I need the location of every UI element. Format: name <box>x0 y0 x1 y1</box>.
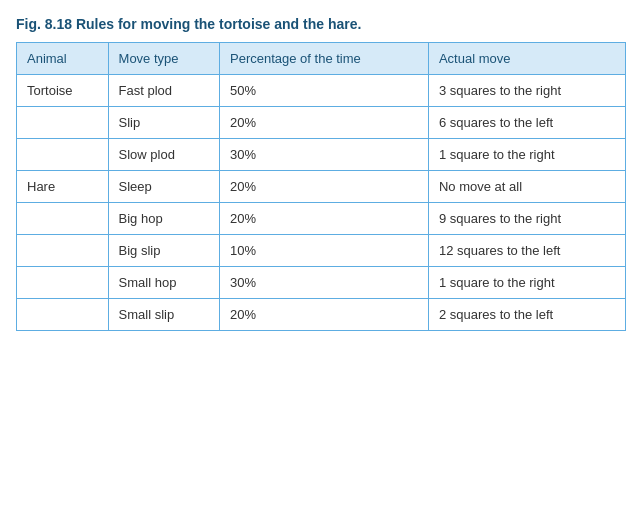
table-cell-4-0 <box>17 203 109 235</box>
table-cell-4-1: Big hop <box>108 203 219 235</box>
table-cell-7-2: 20% <box>220 299 429 331</box>
table-row: TortoiseFast plod50%3 squares to the rig… <box>17 75 626 107</box>
table-row: Small slip20%2 squares to the left <box>17 299 626 331</box>
table-row: Small hop30%1 square to the right <box>17 267 626 299</box>
table-cell-3-3: No move at all <box>428 171 625 203</box>
figure-container: Fig. 8.18 Rules for moving the tortoise … <box>16 16 626 331</box>
table-row: Big hop20%9 squares to the right <box>17 203 626 235</box>
table-cell-1-2: 20% <box>220 107 429 139</box>
col-header-percentage: Percentage of the time <box>220 43 429 75</box>
table-row: Slip20%6 squares to the left <box>17 107 626 139</box>
table-cell-6-0 <box>17 267 109 299</box>
table-cell-1-1: Slip <box>108 107 219 139</box>
table-cell-4-2: 20% <box>220 203 429 235</box>
table-cell-4-3: 9 squares to the right <box>428 203 625 235</box>
table-cell-6-1: Small hop <box>108 267 219 299</box>
table-cell-2-0 <box>17 139 109 171</box>
table-cell-5-0 <box>17 235 109 267</box>
table-cell-6-3: 1 square to the right <box>428 267 625 299</box>
table-cell-2-2: 30% <box>220 139 429 171</box>
table-cell-0-3: 3 squares to the right <box>428 75 625 107</box>
table-cell-1-3: 6 squares to the left <box>428 107 625 139</box>
table-row: Slow plod30%1 square to the right <box>17 139 626 171</box>
table-cell-0-1: Fast plod <box>108 75 219 107</box>
table-cell-3-1: Sleep <box>108 171 219 203</box>
col-header-animal: Animal <box>17 43 109 75</box>
table-cell-3-0: Hare <box>17 171 109 203</box>
table-cell-3-2: 20% <box>220 171 429 203</box>
col-header-actual-move: Actual move <box>428 43 625 75</box>
table-cell-7-3: 2 squares to the left <box>428 299 625 331</box>
table-row: Big slip10%12 squares to the left <box>17 235 626 267</box>
table-cell-5-2: 10% <box>220 235 429 267</box>
rules-table: Animal Move type Percentage of the time … <box>16 42 626 331</box>
table-cell-2-1: Slow plod <box>108 139 219 171</box>
table-cell-0-2: 50% <box>220 75 429 107</box>
table-cell-7-0 <box>17 299 109 331</box>
table-cell-7-1: Small slip <box>108 299 219 331</box>
table-row: HareSleep20%No move at all <box>17 171 626 203</box>
figure-title: Fig. 8.18 Rules for moving the tortoise … <box>16 16 626 32</box>
table-header-row: Animal Move type Percentage of the time … <box>17 43 626 75</box>
table-cell-5-3: 12 squares to the left <box>428 235 625 267</box>
table-cell-2-3: 1 square to the right <box>428 139 625 171</box>
table-cell-0-0: Tortoise <box>17 75 109 107</box>
table-cell-6-2: 30% <box>220 267 429 299</box>
col-header-move-type: Move type <box>108 43 219 75</box>
table-cell-5-1: Big slip <box>108 235 219 267</box>
table-cell-1-0 <box>17 107 109 139</box>
